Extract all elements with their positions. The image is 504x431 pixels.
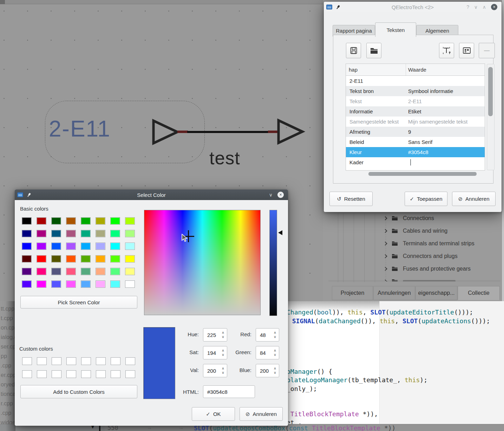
file-tree-item[interactable]: oryedi: [1, 382, 16, 388]
add-to-custom-colors-button[interactable]: Add to Custom Colors: [20, 385, 137, 398]
basic-color-swatch[interactable]: [22, 217, 32, 225]
custom-color-swatch[interactable]: [22, 370, 32, 378]
scrollbar-thumb[interactable]: [488, 67, 493, 116]
color-dialog-titlebar[interactable]: Select Color ∨ ×: [15, 190, 288, 200]
file-tree-item[interactable]: tionca: [1, 391, 16, 397]
file-tree-item[interactable]: er.cpp: [1, 372, 16, 378]
save-button[interactable]: [346, 43, 361, 58]
table-row[interactable]: Kader: [346, 157, 485, 167]
basic-color-swatch[interactable]: [66, 255, 76, 263]
basic-color-swatch[interactable]: [22, 280, 32, 288]
expand-chevron-icon[interactable]: [383, 216, 387, 220]
expand-chevron-icon[interactable]: [383, 267, 387, 271]
basic-color-swatch[interactable]: [37, 280, 46, 288]
custom-color-swatch[interactable]: [52, 357, 61, 365]
basic-color-swatch[interactable]: [51, 243, 61, 250]
basic-color-swatch[interactable]: [37, 217, 46, 225]
basic-color-swatch[interactable]: [51, 230, 61, 237]
shade-button[interactable]: ∨: [474, 5, 478, 9]
basic-color-swatch[interactable]: [22, 243, 32, 250]
close-button[interactable]: ×: [491, 4, 497, 10]
basic-color-swatch[interactable]: [81, 230, 91, 237]
sat-spinbox[interactable]: 194 ∧∨: [203, 346, 227, 359]
val-spinbox[interactable]: 200 ∧∨: [203, 364, 227, 377]
custom-color-swatch[interactable]: [125, 370, 135, 378]
ok-button[interactable]: ✓ OK: [192, 407, 235, 421]
apply-button[interactable]: ✓ Toepassen: [405, 192, 447, 206]
file-tree-item[interactable]: pp: [1, 353, 7, 359]
value-slider-handle[interactable]: [278, 230, 282, 235]
basic-color-swatch[interactable]: [81, 268, 91, 275]
basic-color-swatch[interactable]: [37, 268, 46, 275]
file-tree-item[interactable]: tt.cpp: [1, 306, 14, 312]
dock-tab-eigenschapp[interactable]: eigenschapp...: [415, 286, 457, 300]
custom-color-swatch[interactable]: [125, 357, 135, 365]
basic-color-swatch[interactable]: [96, 217, 105, 225]
basic-color-swatch[interactable]: [66, 268, 76, 275]
value-slider[interactable]: [269, 210, 277, 316]
custom-color-swatch[interactable]: [111, 357, 120, 365]
terminal-left[interactable]: [177, 131, 188, 133]
kader-checkbox[interactable]: [410, 159, 411, 166]
tree-item[interactable]: Fuses and protective gears: [381, 263, 471, 275]
dock-tab-collectie[interactable]: Collectie: [458, 286, 500, 300]
element-label[interactable]: 2-E11: [49, 116, 111, 142]
basic-color-swatch[interactable]: [125, 268, 135, 275]
expand-chevron-icon[interactable]: [383, 254, 387, 258]
basic-color-swatch[interactable]: [51, 255, 61, 263]
spinner-arrows-icon[interactable]: ∧∨: [219, 331, 227, 339]
custom-color-swatch[interactable]: [66, 370, 76, 378]
green-value[interactable]: 84: [256, 350, 271, 356]
custom-color-swatch[interactable]: [37, 370, 47, 378]
custom-color-swatch[interactable]: [81, 357, 91, 365]
basic-color-swatch[interactable]: [96, 255, 105, 263]
basic-color-swatch[interactable]: [51, 217, 61, 225]
basic-color-swatch[interactable]: [125, 255, 135, 263]
cancel-button[interactable]: ⊘ Annuleren: [452, 192, 496, 206]
basic-color-swatch[interactable]: [66, 280, 76, 288]
basic-color-swatch[interactable]: [96, 268, 105, 275]
conductor-wire[interactable]: [187, 131, 269, 133]
table-row[interactable]: BeleidSans Serif: [346, 137, 485, 147]
custom-color-swatch[interactable]: [52, 370, 61, 378]
basic-color-swatch[interactable]: [51, 280, 61, 288]
custom-color-swatch[interactable]: [81, 370, 91, 378]
val-value[interactable]: 200: [203, 368, 219, 374]
spinner-arrows-icon[interactable]: ∧∨: [271, 349, 279, 357]
collection-tree[interactable]: ConnectionsCables and wiringTerminals an…: [381, 212, 499, 281]
basic-color-swatch[interactable]: [22, 230, 32, 237]
table-row[interactable]: Tekst bronSymbool informatie: [346, 86, 485, 96]
basic-color-swatch[interactable]: [125, 217, 135, 225]
hue-saturation-map[interactable]: [144, 210, 261, 315]
table-row[interactable]: Tekst2-E11: [346, 96, 485, 106]
file-tree-item[interactable]: .cpp: [1, 363, 11, 369]
table-row[interactable]: InformatieEtiket: [346, 106, 485, 117]
basic-color-swatch[interactable]: [110, 230, 120, 237]
table-horizontal-scrollbar[interactable]: [368, 172, 477, 176]
custom-color-swatch[interactable]: [111, 370, 120, 378]
basic-color-swatch[interactable]: [51, 268, 61, 275]
table-row[interactable]: Afmeting9: [346, 127, 485, 137]
pick-screen-color-button[interactable]: Pick Screen Color: [20, 296, 137, 309]
custom-color-swatch[interactable]: [22, 357, 32, 365]
basic-color-swatch[interactable]: [37, 230, 46, 237]
add-text-button[interactable]: [439, 43, 454, 58]
tree-item[interactable]: Connectors and plugs: [381, 250, 458, 263]
maximize-button[interactable]: ∧: [483, 5, 486, 9]
remove-button[interactable]: —: [479, 43, 495, 58]
tree-item[interactable]: Terminals and terminal strips: [381, 237, 474, 250]
blue-value[interactable]: 200: [256, 368, 271, 374]
basic-color-swatch[interactable]: [110, 255, 120, 263]
custom-color-swatch[interactable]: [96, 357, 106, 365]
table-row[interactable]: Kleur#3054c8: [346, 147, 485, 157]
html-color-value[interactable]: #3054c8: [207, 389, 228, 395]
custom-color-swatch[interactable]: [66, 357, 76, 365]
dock-tab-projecten[interactable]: Projecten: [332, 286, 373, 300]
expand-chevron-icon[interactable]: [383, 241, 387, 245]
basic-color-swatch[interactable]: [96, 243, 105, 250]
basic-color-swatch[interactable]: [81, 255, 91, 263]
hue-spinbox[interactable]: 225 ∧∨: [203, 328, 227, 342]
basic-color-swatch[interactable]: [81, 217, 91, 225]
spinner-arrows-icon[interactable]: ∧∨: [271, 331, 279, 339]
shade-button[interactable]: ∨: [269, 192, 273, 197]
